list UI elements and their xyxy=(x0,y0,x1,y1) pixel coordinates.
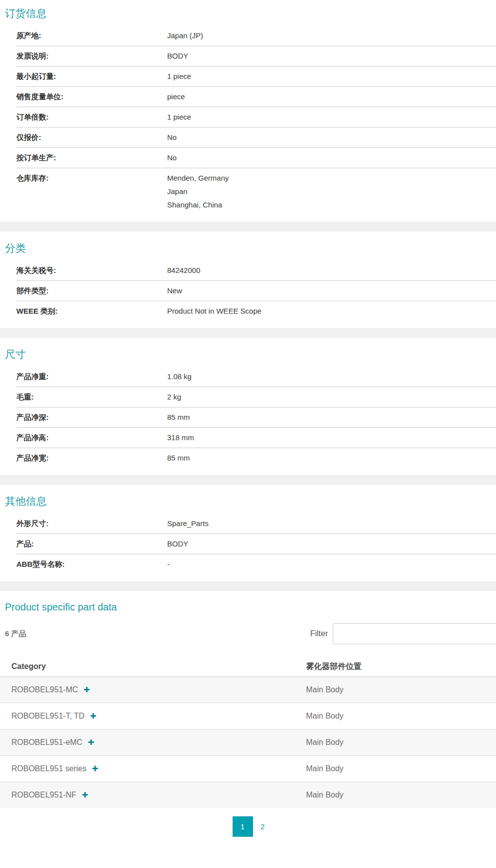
info-value: BODY xyxy=(167,539,188,548)
info-label: 海关关税号: xyxy=(16,266,167,275)
section-title: 其他信息 xyxy=(5,495,496,507)
info-label: 销售度量单位: xyxy=(16,92,167,101)
plus-icon[interactable]: ✚ xyxy=(90,764,98,773)
info-value: 1.08 kg xyxy=(167,372,191,381)
category-label: ROBOBEL951-MC xyxy=(11,685,78,694)
page-button-2[interactable]: 2 xyxy=(253,816,273,837)
table-row: ROBOBEL951-NF ✚ Main Body xyxy=(0,782,496,808)
info-label: 毛重: xyxy=(16,393,167,401)
section-title: 分类 xyxy=(5,242,496,254)
info-value-line: 1 piece xyxy=(167,113,191,122)
table-row: ROBOBEL951-T, TD ✚ Main Body xyxy=(0,703,496,730)
column-header-category: Category xyxy=(0,662,306,671)
section-divider xyxy=(0,328,496,338)
info-value: 85 mm xyxy=(167,413,190,422)
info-row: 产品: BODY xyxy=(16,534,496,554)
info-value-line: 1.08 kg xyxy=(167,372,191,381)
info-label: 产品: xyxy=(16,539,167,548)
key-value-list: 外形尺寸: Spare_Parts 产品: BODY ABB型号名称: - xyxy=(16,514,496,574)
plus-icon[interactable]: ✚ xyxy=(80,791,88,799)
info-value-line: 84242000 xyxy=(167,266,200,275)
category-cell: ROBOBEL951-MC ✚ xyxy=(0,685,306,694)
info-value: BODY xyxy=(167,52,188,61)
info-label: 按订单生产: xyxy=(16,153,167,162)
section-title: 订货信息 xyxy=(5,7,496,19)
category-label: ROBOBEL951-NF xyxy=(11,791,76,799)
info-value: 85 mm xyxy=(167,454,190,463)
info-value-line: Japan xyxy=(167,187,229,196)
info-row: 外形尺寸: Spare_Parts xyxy=(16,514,496,534)
info-label: 外形尺寸: xyxy=(16,519,167,528)
info-value: 84242000 xyxy=(167,266,200,275)
position-cell: Main Body xyxy=(306,738,496,747)
position-cell: Main Body xyxy=(306,764,496,773)
info-value-line: Menden, Germany xyxy=(167,174,229,183)
pagination: 1 2 xyxy=(4,816,496,837)
info-value-line: 85 mm xyxy=(167,413,190,422)
info-row: 原产地: Japan (JP) xyxy=(16,26,496,46)
category-label: ROBOBEL951-T, TD xyxy=(11,712,84,720)
info-value-line: BODY xyxy=(167,539,188,548)
key-value-list: 原产地: Japan (JP) 发票说明: BODY 最小起订量: 1 piec… xyxy=(16,26,496,215)
key-value-list: 产品净重: 1.08 kg 毛重: 2 kg 产品净深: 85 mm 产品净高:… xyxy=(16,367,496,468)
info-value: Spare_Parts xyxy=(167,519,208,528)
info-label: 订单倍数: xyxy=(16,113,167,122)
info-value: 1 piece xyxy=(167,113,191,122)
page-button-1[interactable]: 1 xyxy=(233,816,253,837)
info-value: 2 kg xyxy=(167,393,181,401)
info-label: 产品净宽: xyxy=(16,454,167,463)
info-row: 发票说明: BODY xyxy=(16,46,496,67)
info-value-line: No xyxy=(167,153,177,162)
filter-input[interactable] xyxy=(333,623,496,644)
product-count-label: 6 产品 xyxy=(5,629,26,639)
info-value: No xyxy=(167,133,177,142)
info-value: Menden, GermanyJapanShanghai, China xyxy=(167,174,229,209)
info-row: 毛重: 2 kg xyxy=(16,387,496,407)
info-value-line: BODY xyxy=(167,52,188,61)
info-value-line: New xyxy=(167,286,182,295)
category-label: ROBOBEL951-eMC xyxy=(11,738,82,746)
info-value-line: Spare_Parts xyxy=(167,519,208,528)
part-data-toolbar: 6 产品 Filter xyxy=(5,623,496,644)
position-cell: Main Body xyxy=(306,685,496,694)
part-data-table: Category 雾化器部件位置 ROBOBEL951-MC ✚ Main Bo… xyxy=(0,656,496,808)
info-row: 产品净宽: 85 mm xyxy=(16,448,496,468)
info-row: 仅报价: No xyxy=(16,128,496,148)
info-label: 产品净高: xyxy=(16,433,167,442)
info-label: 仅报价: xyxy=(16,133,167,142)
info-value-line: Shanghai, China xyxy=(167,200,229,209)
info-value: 318 mm xyxy=(167,433,194,442)
info-row: 按订单生产: No xyxy=(16,148,496,168)
info-value-line: piece xyxy=(167,92,185,101)
info-value-line: Product Not in WEEE Scope xyxy=(167,307,261,316)
info-row: 仓库库存: Menden, GermanyJapanShanghai, Chin… xyxy=(16,168,496,215)
plus-icon[interactable]: ✚ xyxy=(88,712,96,720)
section-divider xyxy=(0,222,496,232)
info-value-line: 1 piece xyxy=(167,72,191,81)
info-value-line: - xyxy=(167,560,170,569)
category-label: ROBOBEL951 series xyxy=(11,764,86,773)
info-row: 部件类型: New xyxy=(16,281,496,301)
info-label: 最小起订量: xyxy=(16,72,167,81)
plus-icon[interactable]: ✚ xyxy=(81,685,90,694)
info-label: 发票说明: xyxy=(16,52,167,61)
info-value-line: 2 kg xyxy=(167,393,181,401)
part-data-title: Product specific part data xyxy=(5,601,496,613)
info-row: 产品净高: 318 mm xyxy=(16,428,496,448)
section-divider xyxy=(0,581,496,591)
category-cell: ROBOBEL951-T, TD ✚ xyxy=(0,712,306,721)
info-row: 销售度量单位: piece xyxy=(16,87,496,107)
position-cell: Main Body xyxy=(306,791,496,800)
plus-icon[interactable]: ✚ xyxy=(86,738,94,746)
info-label: 仓库库存: xyxy=(16,174,167,209)
info-value: No xyxy=(167,153,177,162)
table-row: ROBOBEL951-MC ✚ Main Body xyxy=(0,677,496,703)
position-cell: Main Body xyxy=(306,712,496,721)
info-label: WEEE 类别: xyxy=(16,307,167,316)
info-section: 其他信息 外形尺寸: Spare_Parts 产品: BODY ABB型号名称:… xyxy=(0,495,496,574)
info-section: 订货信息 原产地: Japan (JP) 发票说明: BODY 最小起订量: 1… xyxy=(0,7,496,215)
table-row: ROBOBEL951-eMC ✚ Main Body xyxy=(0,730,496,756)
section-divider xyxy=(0,475,496,485)
info-label: 产品净深: xyxy=(16,413,167,422)
info-row: WEEE 类别: Product Not in WEEE Scope xyxy=(16,301,496,321)
